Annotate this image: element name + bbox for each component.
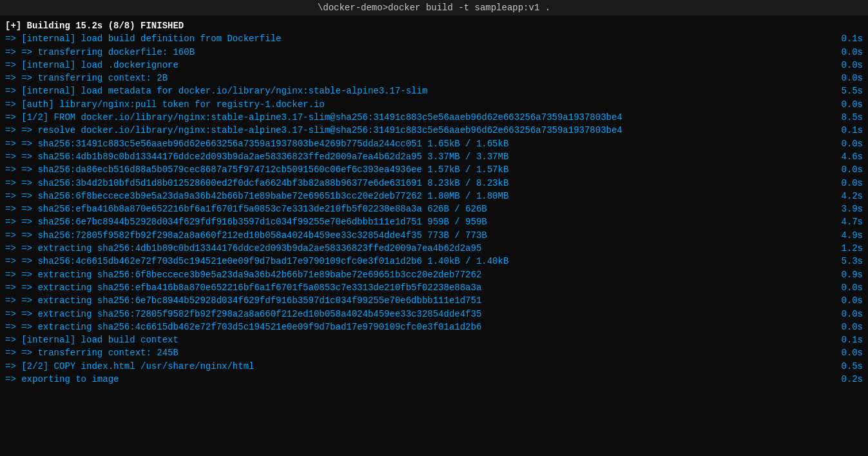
line-time: 0.1s (837, 32, 863, 45)
line-time: 0.0s (837, 281, 863, 294)
terminal-line: => => extracting sha256:efba416b8a870e65… (5, 281, 863, 294)
terminal-line: => => sha256:4db1b89c0bd13344176ddce2d09… (5, 150, 863, 163)
line-text: => [internal] load build context (5, 333, 824, 346)
terminal-line: => exporting to image0.2s (5, 373, 863, 386)
terminal-line: => [internal] load .dockerignore0.0s (5, 59, 863, 72)
line-text: => => sha256:4c6615db462e72f703d5c194521… (5, 255, 824, 268)
terminal-line: => => sha256:6f8beccece3b9e5a23da9a36b42… (5, 190, 863, 203)
terminal-line: [+] Building 15.2s (8/8) FINISHED (5, 19, 863, 32)
line-time: 3.9s (837, 203, 863, 215)
terminal-line: => [2/2] COPY index.html /usr/share/ngin… (5, 360, 863, 373)
line-text: => => sha256:3b4d2b10bfd5d1d8b012528600e… (5, 177, 824, 190)
line-text: => => sha256:72805f9582fb92f298a2a8a660f… (5, 229, 824, 242)
terminal-line: => => sha256:72805f9582fb92f298a2a8a660f… (5, 229, 863, 242)
line-text: => [2/2] COPY index.html /usr/share/ngin… (5, 360, 824, 373)
line-time: 8.5s (837, 111, 863, 124)
terminal-line: => => transferring context: 245B0.0s (5, 346, 863, 359)
line-text: => => extracting sha256:4c6615db462e72f7… (5, 321, 824, 333)
line-time: 0.0s (837, 72, 863, 84)
line-text: => => sha256:4db1b89c0bd13344176ddce2d09… (5, 150, 824, 163)
title-bar: \docker-demo>docker build -t sampleapp:v… (0, 0, 868, 15)
line-text: => => transferring context: 2B (5, 72, 824, 84)
terminal-line: => => transferring dockerfile: 160B0.0s (5, 46, 863, 59)
terminal-line: => => extracting sha256:4c6615db462e72f7… (5, 321, 863, 333)
terminal-line: => => sha256:3b4d2b10bfd5d1d8b012528600e… (5, 177, 863, 190)
line-time: 0.0s (837, 346, 863, 359)
terminal-line: => [internal] load metadata for docker.i… (5, 84, 863, 97)
terminal-line: => => extracting sha256:72805f9582fb92f2… (5, 308, 863, 321)
line-time: 0.0s (837, 321, 863, 333)
terminal-line: => [internal] load build context0.1s (5, 333, 863, 346)
line-text: => => transferring context: 245B (5, 346, 824, 359)
terminal-window: \docker-demo>docker build -t sampleapp:v… (0, 0, 868, 456)
line-time: 0.5s (837, 360, 863, 373)
line-text: => exporting to image (5, 373, 824, 386)
line-time: 0.0s (837, 98, 863, 111)
line-time: 0.0s (837, 308, 863, 321)
line-time: 5.3s (837, 255, 863, 268)
line-time: 0.0s (837, 294, 863, 307)
line-text: => => extracting sha256:efba416b8a870e65… (5, 281, 824, 294)
line-text: => => transferring dockerfile: 160B (5, 46, 824, 59)
line-text: => => resolve docker.io/library/nginx:st… (5, 124, 824, 137)
line-text: => [auth] library/nginx:pull token for r… (5, 98, 824, 111)
line-text: => [internal] load metadata for docker.i… (5, 84, 824, 97)
terminal-line: => => sha256:da86ecb516d88a5b0579cec8687… (5, 163, 863, 176)
terminal-line: => => sha256:31491c883c5e56aaeb96d62e663… (5, 137, 863, 150)
line-time: 0.0s (837, 137, 863, 150)
line-time: 0.2s (837, 373, 863, 386)
line-time: 4.6s (837, 150, 863, 163)
terminal-line: => [1/2] FROM docker.io/library/nginx:st… (5, 111, 863, 124)
line-text: => => sha256:efba416b8a870e652216bf6a1f6… (5, 203, 824, 215)
line-time: 5.5s (837, 84, 863, 97)
line-text: => => sha256:6f8beccece3b9e5a23da9a36b42… (5, 190, 824, 203)
line-text: => => sha256:da86ecb516d88a5b0579cec8687… (5, 163, 824, 176)
line-time: 0.9s (837, 268, 863, 281)
terminal-line: => => sha256:6e7bc8944b52928d034f629fdf9… (5, 215, 863, 228)
line-time: 4.7s (837, 215, 863, 228)
line-text: => => extracting sha256:6f8beccece3b9e5a… (5, 268, 824, 281)
terminal-content: [+] Building 15.2s (8/8) FINISHED=> [int… (0, 15, 868, 390)
terminal-line: => => transferring context: 2B0.0s (5, 72, 863, 84)
line-text: => [internal] load .dockerignore (5, 59, 824, 72)
line-text: => => sha256:6e7bc8944b52928d034f629fdf9… (5, 215, 824, 228)
terminal-line: => [internal] load build definition from… (5, 32, 863, 45)
title-text: \docker-demo>docker build -t sampleapp:v… (318, 3, 550, 13)
line-text: => [1/2] FROM docker.io/library/nginx:st… (5, 111, 824, 124)
line-text: [+] Building 15.2s (8/8) FINISHED (5, 19, 863, 32)
line-time: 0.0s (837, 46, 863, 59)
line-text: => => extracting sha256:6e7bc8944b52928d… (5, 294, 824, 307)
terminal-line: => => extracting sha256:4db1b89c0bd13344… (5, 242, 863, 255)
terminal-line: => => sha256:efba416b8a870e652216bf6a1f6… (5, 203, 863, 215)
line-text: => [internal] load build definition from… (5, 32, 824, 45)
terminal-line: => => sha256:4c6615db462e72f703d5c194521… (5, 255, 863, 268)
terminal-line: => => extracting sha256:6f8beccece3b9e5a… (5, 268, 863, 281)
terminal-line: => [auth] library/nginx:pull token for r… (5, 98, 863, 111)
line-time: 4.2s (837, 190, 863, 203)
line-text: => => sha256:31491c883c5e56aaeb96d62e663… (5, 137, 824, 150)
line-time: 0.0s (837, 177, 863, 190)
line-time: 1.2s (837, 242, 863, 255)
line-time: 0.1s (837, 124, 863, 137)
line-text: => => extracting sha256:72805f9582fb92f2… (5, 308, 824, 321)
line-time: 0.0s (837, 59, 863, 72)
line-time: 4.9s (837, 229, 863, 242)
terminal-line: => => resolve docker.io/library/nginx:st… (5, 124, 863, 137)
line-text: => => extracting sha256:4db1b89c0bd13344… (5, 242, 824, 255)
terminal-line: => => extracting sha256:6e7bc8944b52928d… (5, 294, 863, 307)
line-time: 0.1s (837, 333, 863, 346)
line-time: 0.0s (837, 163, 863, 176)
